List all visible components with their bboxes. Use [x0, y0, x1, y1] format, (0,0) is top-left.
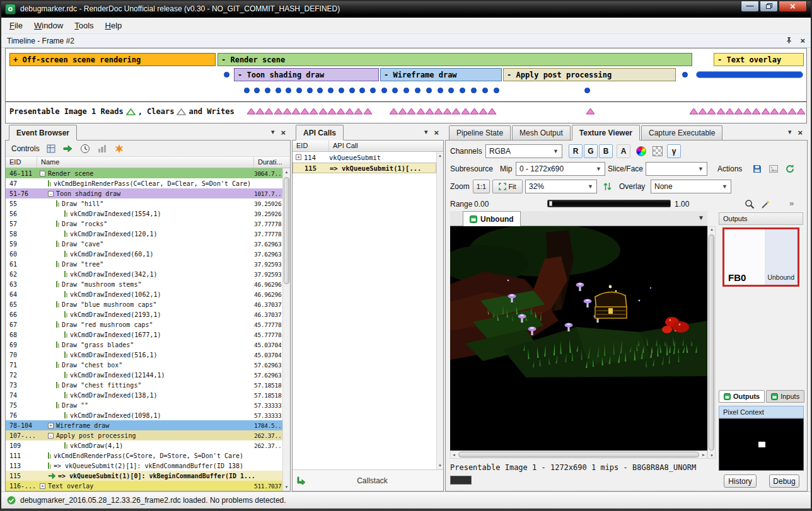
timeline-marker-wireframe[interactable]: - Wireframe draw: [380, 68, 502, 81]
minimize-button[interactable]: —: [741, 0, 759, 12]
scroll-down-icon[interactable]: ▼: [710, 454, 714, 457]
draw-event-dot[interactable]: [584, 88, 590, 93]
event-row[interactable]: 58vkCmdDrawIndexed(120,1)37.77778: [6, 229, 282, 239]
expand-icon[interactable]: +: [48, 423, 54, 428]
panel-close-icon[interactable]: ×: [434, 128, 439, 137]
event-row[interactable]: 62vkCmdDrawIndexed(342,1)37.92593: [6, 269, 282, 279]
event-row[interactable]: 78-104+Wireframe draw1784.5...: [6, 420, 282, 430]
draw-event-dot[interactable]: [339, 88, 344, 93]
panel-menu-icon[interactable]: ▾: [271, 128, 275, 137]
slice-face-select[interactable]: ▼: [646, 162, 707, 176]
scroll-up-icon[interactable]: ▲: [283, 168, 290, 176]
draw-event-dot[interactable]: [296, 88, 302, 93]
scroll-right-icon[interactable]: ►: [702, 453, 705, 457]
event-row[interactable]: 67Draw "red mushroom caps"45.77778: [6, 319, 282, 330]
pin-icon[interactable]: [786, 37, 792, 45]
event-row[interactable]: 75Draw ""57.33333: [6, 400, 282, 410]
close-button[interactable]: ×: [779, 0, 807, 12]
scroll-up-icon[interactable]: ▲: [437, 152, 443, 159]
api-call-row[interactable]: 115=> vkQueueSubmit(1)[...: [293, 163, 436, 173]
mip-select[interactable]: 0 - 1272x690▼: [516, 162, 605, 176]
tab-pipeline-state[interactable]: Pipeline State: [449, 125, 511, 140]
scroll-left-icon[interactable]: ◄: [452, 453, 456, 457]
panel-menu-icon[interactable]: ▾: [424, 128, 428, 137]
timeline-canvas[interactable]: + Off-screen scene rendering - Render sc…: [5, 48, 807, 123]
draw-event-dot[interactable]: [392, 88, 398, 93]
bookmark-icon[interactable]: [45, 143, 57, 154]
draw-event-dot[interactable]: [317, 88, 323, 93]
tab-capture-executable[interactable]: Capture Executable: [641, 125, 722, 140]
scrollbar-thumb[interactable]: [284, 177, 289, 284]
goto-eid-icon[interactable]: [62, 143, 74, 154]
draw-event-dot[interactable]: [370, 88, 376, 93]
column-api-call[interactable]: API Call: [329, 141, 443, 151]
texture-viewport[interactable]: [450, 226, 707, 451]
event-row[interactable]: 47vkCmdBeginRenderPass(C=Clear, D=Clear,…: [6, 178, 282, 188]
autofit-wand-icon[interactable]: [759, 197, 773, 211]
column-eid[interactable]: EID: [293, 141, 329, 151]
event-row[interactable]: 68vkCmdDrawIndexed(1677,1)45.77778: [6, 330, 282, 340]
restore-button[interactable]: [760, 0, 778, 12]
history-button[interactable]: History: [724, 474, 757, 488]
timeline-close-icon[interactable]: ×: [800, 36, 805, 45]
scroll-down-icon[interactable]: ▼: [437, 462, 443, 469]
texture-list-dropdown-icon[interactable]: ▼: [698, 214, 704, 221]
event-row[interactable]: 74vkCmdDrawIndexed(138,1)57.18518: [6, 390, 282, 400]
draw-event-dot[interactable]: [265, 88, 270, 93]
tab-mesh-output[interactable]: Mesh Output: [512, 125, 571, 140]
scroll-up-icon[interactable]: ▲: [710, 227, 714, 231]
viewport-hscrollbar[interactable]: ◄ ►: [450, 451, 707, 459]
tab-texture-viewer[interactable]: Texture Viewer: [572, 125, 640, 141]
custom-shader-icon[interactable]: [634, 144, 648, 158]
event-row[interactable]: 60vkCmdDrawIndexed(60,1)37.62963: [6, 249, 282, 259]
expand-icon[interactable]: +: [296, 154, 301, 160]
pixel-context-view[interactable]: [719, 418, 804, 471]
event-row[interactable]: 61Draw "tree"37.92593: [6, 259, 282, 269]
event-row[interactable]: 111vkCmdEndRenderPass(C=Store, D=Store, …: [6, 451, 282, 461]
draw-event-dot[interactable]: [403, 88, 409, 93]
channel-a-button[interactable]: A: [617, 144, 630, 158]
event-row[interactable]: 55Draw "hill"39.25926: [6, 198, 282, 209]
menu-item-tools[interactable]: Tools: [69, 19, 99, 32]
event-row[interactable]: 109vkCmdDraw(4,1)262.37...: [6, 440, 282, 451]
range-slider-thumb[interactable]: [549, 201, 552, 206]
texture-tab-unbound[interactable]: Unbound: [463, 211, 521, 226]
channel-r-button[interactable]: R: [569, 144, 583, 158]
event-row[interactable]: 115=> vkQueueSubmit(1)[0]: vkBeginComman…: [6, 471, 282, 481]
callstack-section[interactable]: Callstack: [293, 469, 443, 491]
callstack-goto-icon[interactable]: [297, 476, 306, 485]
debug-button[interactable]: Debug: [769, 474, 799, 488]
zoom-1to1-button[interactable]: 1:1: [473, 180, 490, 193]
gamma-button[interactable]: γ: [667, 144, 681, 158]
zoom-input[interactable]: 32%▼: [525, 180, 597, 193]
event-row[interactable]: 116-...+Text overlay511.7037: [6, 481, 282, 491]
event-row[interactable]: 113=> vkQueueSubmit(2)[1]: vkEndCommandB…: [6, 461, 282, 471]
timeline-marker-toon-shading[interactable]: - Toon shading draw: [234, 68, 379, 81]
menu-item-help[interactable]: Help: [100, 19, 128, 32]
event-row[interactable]: 46-111-Render scene3064.7...: [6, 168, 282, 178]
draw-event-dot[interactable]: [494, 88, 499, 93]
draw-event-dot[interactable]: [482, 88, 488, 93]
draw-event-dot[interactable]: [438, 88, 443, 93]
overlay-select[interactable]: None▼: [651, 180, 731, 193]
settings-icon[interactable]: [113, 143, 125, 154]
panel-close-icon[interactable]: ×: [281, 128, 286, 137]
event-row[interactable]: 72vkCmdDrawIndexed(12144,1)57.62963: [6, 370, 282, 380]
collapse-icon[interactable]: -: [48, 191, 54, 197]
event-row[interactable]: 70vkCmdDrawIndexed(516,1)45.03704: [6, 350, 282, 360]
scrollbar-thumb[interactable]: [709, 234, 714, 451]
open-texture-list-icon[interactable]: [767, 162, 780, 176]
tab-outputs[interactable]: Outputs: [719, 390, 765, 403]
draw-event-dot[interactable]: [426, 88, 432, 93]
draw-event-dot[interactable]: [307, 88, 313, 93]
collapse-icon[interactable]: -: [48, 433, 54, 439]
flip-y-icon[interactable]: [600, 180, 614, 193]
draw-event-dot[interactable]: [415, 88, 420, 93]
event-row[interactable]: 64vkCmdDrawIndexed(1062,1)46.96296: [6, 289, 282, 299]
range-slider[interactable]: [547, 200, 671, 207]
event-row[interactable]: 107-...-Apply post processing262.37...: [6, 430, 282, 440]
tab-inputs[interactable]: Inputs: [766, 390, 804, 403]
api-calls-scrollbar[interactable]: ▲ ▼: [436, 152, 443, 469]
scroll-down-icon[interactable]: ▼: [283, 483, 290, 491]
draw-event-dot[interactable]: [244, 88, 250, 93]
